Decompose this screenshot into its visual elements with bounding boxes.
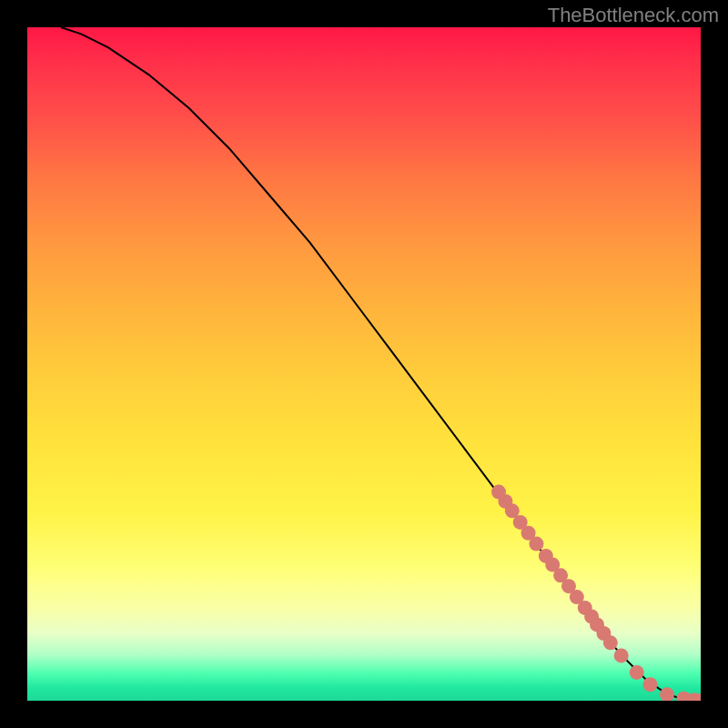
plot-overlay [27,27,701,701]
highlighted-markers [491,485,701,701]
marker-point [614,648,629,662]
marker-point [643,677,658,692]
attribution-text: TheBottleneck.com [548,4,719,27]
marker-point [630,665,644,680]
marker-point [529,537,543,551]
plot-frame [27,27,701,701]
marker-point [660,687,674,701]
bottleneck-curve-line [61,27,701,701]
marker-point [603,635,618,650]
